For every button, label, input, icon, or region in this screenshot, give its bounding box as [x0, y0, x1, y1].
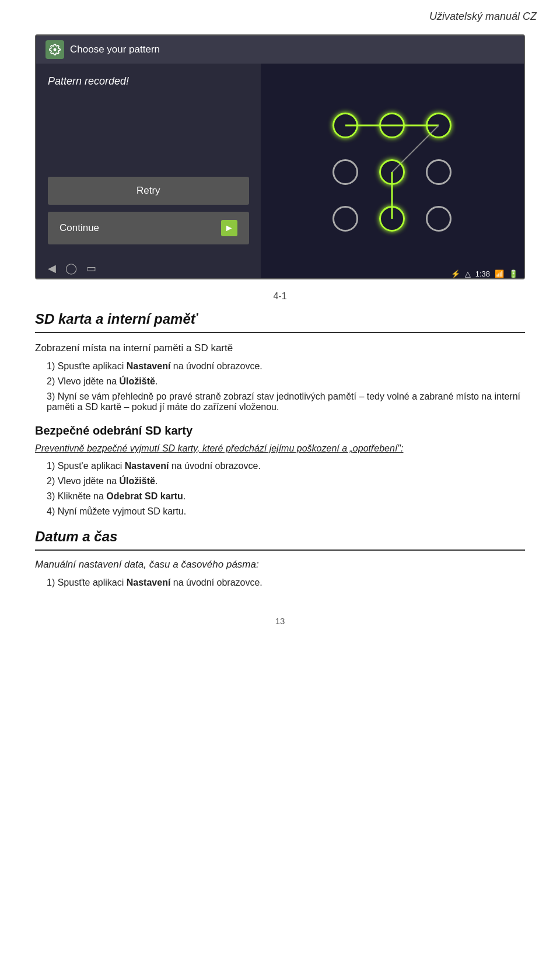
screenshot-container: Choose your pattern Pattern recorded! Re…: [35, 34, 525, 279]
back-icon[interactable]: ◀: [48, 262, 56, 275]
sub-item2-number: 2): [47, 476, 55, 486]
usb-icon: ⚡: [451, 270, 460, 278]
screenshot-navbar: ◀ ◯ ▭: [48, 262, 249, 275]
item1-text: Spusťte aplikaci Nastavení na úvodní obr…: [58, 361, 262, 371]
subsection-item-3: 3) Klikněte na Odebrat SD kartu.: [47, 491, 525, 502]
time-display: 1:38: [475, 270, 490, 278]
section1-item-1: 1) Spusťte aplikaci Nastavení na úvodní …: [47, 361, 525, 372]
screenshot-title: Choose your pattern: [70, 44, 160, 55]
header-title: Uživatelský manuál CZ: [429, 10, 537, 22]
pattern-dot-6[interactable]: [332, 206, 358, 232]
item2-text: Vlevo jděte na Úložiště.: [58, 376, 158, 386]
screenshot-left-panel: Pattern recorded! Retry Continue ► ◀ ◯ ▭: [36, 64, 261, 279]
subsection-subtitle: Preventivně bezpečné vyjmutí SD karty, k…: [35, 443, 525, 454]
section2-divider: [35, 550, 525, 551]
page-header: Uživatelský manuál CZ: [0, 0, 560, 29]
page-footer: 13: [0, 610, 560, 638]
sub-item1-number: 1): [47, 461, 55, 471]
pattern-dot-4[interactable]: [379, 159, 405, 185]
continue-button[interactable]: Continue ►: [48, 212, 249, 244]
retry-button[interactable]: Retry: [48, 177, 249, 205]
item3-text: Nyní se vám přehledně po pravé straně zo…: [47, 391, 520, 412]
section2-title: Datum a čas: [35, 528, 525, 545]
pattern-dot-3[interactable]: [332, 159, 358, 185]
android-icon: △: [465, 270, 471, 278]
subsection-item-1: 1) Spust'e aplikaci Nastavení na úvodní …: [47, 461, 525, 471]
section1-subtitle: Zobrazení místa na interní paměti a SD k…: [35, 342, 525, 354]
home-icon[interactable]: ◯: [65, 262, 77, 275]
sub-item3-number: 3): [47, 491, 55, 501]
screenshot-body: Pattern recorded! Retry Continue ► ◀ ◯ ▭: [36, 64, 524, 279]
item3-number: 3): [47, 391, 55, 401]
pattern-dot-2[interactable]: [426, 113, 452, 138]
svg-point-0: [54, 48, 57, 51]
section1-divider: [35, 332, 525, 333]
page-label: 4-1: [0, 291, 560, 302]
settings-icon: [46, 40, 64, 59]
section1-title: SD karta a interní paměť: [35, 311, 525, 327]
screenshot-buttons: Retry Continue ►: [48, 177, 249, 244]
pattern-dot-0[interactable]: [332, 113, 358, 138]
screenshot-statusbar: ⚡ △ 1:38 📶 🔋: [445, 267, 524, 279]
subsection-title: Bezpečné odebrání SD karty: [35, 424, 525, 438]
pattern-dot-7[interactable]: [379, 206, 405, 232]
subsection-item-2: 2) Vlevo jděte na Úložiště.: [47, 476, 525, 487]
sub-item4-text: Nyní můžete vyjmout SD kartu.: [58, 506, 187, 516]
pattern-dot-8[interactable]: [426, 206, 452, 232]
recents-icon[interactable]: ▭: [86, 262, 96, 275]
pattern-recorded-text: Pattern recorded!: [48, 75, 249, 88]
section2-item-1: 1) Spusťte aplikaci Nastavení na úvodní …: [47, 578, 525, 588]
section2-subtitle: Manuální nastavení data, času a časového…: [35, 559, 525, 570]
main-content: SD karta a interní paměť Zobrazení místa…: [0, 305, 560, 610]
section1-item-2: 2) Vlevo jděte na Úložiště.: [47, 376, 525, 387]
battery-icon: 🔋: [509, 270, 518, 278]
pattern-grid: [322, 102, 462, 242]
footer-page-number: 13: [275, 616, 285, 626]
section1-item-3: 3) Nyní se vám přehledně po pravé straně…: [47, 391, 525, 412]
item1-number: 1): [47, 361, 55, 371]
pattern-dot-5[interactable]: [426, 159, 452, 185]
item2-number: 2): [47, 376, 55, 386]
s2-item1-number: 1): [47, 578, 55, 587]
sub-item4-number: 4): [47, 506, 55, 516]
subsection-item-4: 4) Nyní můžete vyjmout SD kartu.: [47, 506, 525, 517]
screenshot-topbar: Choose your pattern: [36, 36, 524, 64]
wifi-icon: 📶: [495, 270, 504, 278]
continue-arrow-icon: ►: [221, 220, 237, 236]
screenshot-right-panel: ⚡ △ 1:38 📶 🔋: [261, 64, 524, 279]
pattern-dot-1[interactable]: [379, 113, 405, 138]
